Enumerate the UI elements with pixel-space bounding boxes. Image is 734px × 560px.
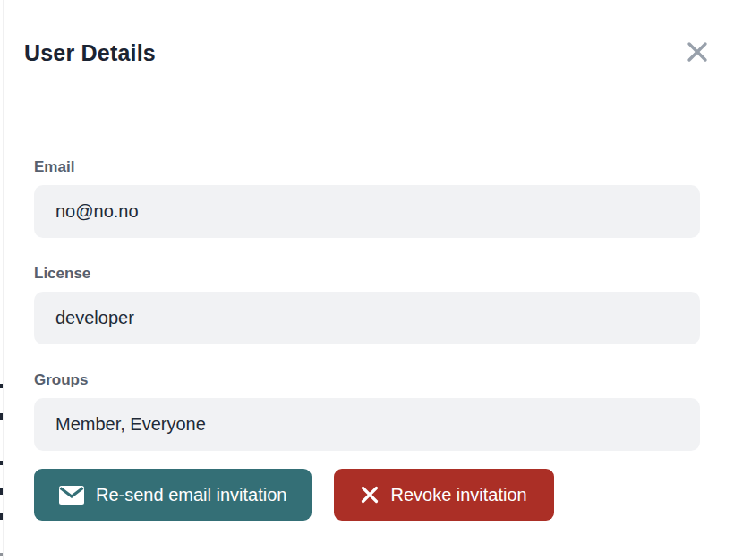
field-group-groups: Groups	[34, 372, 700, 451]
modal-body: Email License Groups Re-send email invit…	[0, 106, 734, 521]
resend-email-invitation-button[interactable]: Re-send email invitation	[34, 469, 312, 521]
email-label: Email	[34, 159, 700, 175]
email-field[interactable]	[34, 185, 700, 238]
groups-field[interactable]	[34, 398, 700, 451]
background-fragment	[0, 488, 3, 495]
left-page-edge	[0, 0, 4, 560]
background-fragment	[0, 513, 3, 520]
revoke-invitation-button[interactable]: Revoke invitation	[334, 469, 553, 521]
background-fragment	[0, 413, 3, 420]
close-button[interactable]	[684, 38, 711, 65]
resend-button-label: Re-send email invitation	[96, 485, 286, 505]
background-fragment	[0, 461, 3, 465]
revoke-button-label: Revoke invitation	[390, 485, 526, 505]
background-fragment	[0, 553, 3, 556]
background-fragment	[0, 384, 3, 388]
groups-label: Groups	[34, 372, 700, 388]
modal-title: User Details	[24, 40, 156, 66]
license-label: License	[34, 266, 700, 282]
button-row: Re-send email invitation Revoke invitati…	[34, 469, 700, 521]
modal-header: User Details	[0, 0, 734, 106]
x-icon	[361, 486, 379, 504]
envelope-icon	[59, 486, 84, 505]
close-x-icon	[686, 40, 709, 64]
license-field[interactable]	[34, 292, 700, 344]
field-group-email: Email	[34, 159, 700, 238]
field-group-license: License	[34, 266, 700, 344]
user-details-modal: User Details Email License Groups	[0, 0, 734, 560]
